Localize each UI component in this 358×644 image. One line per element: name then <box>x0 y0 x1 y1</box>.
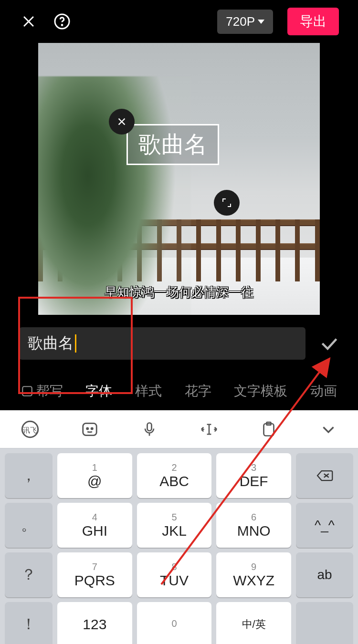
kbd-cursor-icon[interactable] <box>195 417 223 441</box>
key-7[interactable]: 7PQRS <box>57 552 132 597</box>
kbd-collapse-icon[interactable] <box>314 417 343 441</box>
tab-style[interactable]: 样式 <box>135 382 162 400</box>
key-lang[interactable]: 中/英 <box>216 602 291 644</box>
key-123[interactable]: 123 <box>57 602 132 644</box>
kbd-ime-icon[interactable]: 讯飞 <box>16 417 44 441</box>
close-icon[interactable] <box>19 12 38 31</box>
help-icon[interactable] <box>53 12 72 31</box>
key-backspace[interactable] <box>296 453 353 498</box>
backspace-icon <box>315 468 334 483</box>
svg-rect-5 <box>83 423 96 435</box>
confirm-button[interactable] <box>315 329 344 358</box>
svg-point-7 <box>91 427 93 429</box>
text-overlay[interactable]: 歌曲名 <box>126 124 219 165</box>
kbd-emoji-icon[interactable] <box>75 417 104 441</box>
key-2[interactable]: 2ABC <box>137 453 212 498</box>
tab-animation[interactable]: 动画 <box>310 382 337 400</box>
key-4[interactable]: 4GHI <box>57 503 132 548</box>
key-0[interactable]: 0 <box>137 602 212 644</box>
chevron-down-icon <box>258 20 264 24</box>
key-1[interactable]: 1@ <box>57 453 132 498</box>
annotation-highlight-box <box>18 297 133 394</box>
video-preview[interactable]: 歌曲名 早知惊鸿一场何必情深一往 <box>38 43 320 315</box>
svg-text:讯飞: 讯飞 <box>23 426 37 434</box>
key-period[interactable]: 。 <box>5 503 53 548</box>
tab-template[interactable]: 文字模板 <box>234 382 287 400</box>
key-3[interactable]: 3DEF <box>216 453 291 498</box>
tab-fancy[interactable]: 花字 <box>185 382 211 400</box>
resolution-button[interactable]: 720P <box>217 10 273 34</box>
key-9[interactable]: 9WXYZ <box>216 552 291 597</box>
key-blank[interactable] <box>296 602 353 644</box>
svg-point-1 <box>62 25 63 26</box>
export-button[interactable]: 导出 <box>287 8 339 35</box>
key-emoticon[interactable]: ^_^ <box>296 503 353 548</box>
key-exclaim[interactable]: ！ <box>5 602 53 644</box>
svg-rect-8 <box>147 423 151 431</box>
kbd-clipboard-icon[interactable] <box>254 417 283 441</box>
key-6[interactable]: 6MNO <box>216 503 291 548</box>
svg-point-6 <box>86 427 88 429</box>
key-ab[interactable]: ab <box>296 552 353 597</box>
resolution-label: 720P <box>226 14 255 29</box>
key-5[interactable]: 5JKL <box>137 503 212 548</box>
overlay-resize-button[interactable] <box>214 190 240 216</box>
kbd-voice-icon[interactable] <box>135 417 164 441</box>
key-question[interactable]: ？ <box>5 552 53 597</box>
key-comma[interactable]: ， <box>5 453 53 498</box>
key-8[interactable]: 8TUV <box>137 552 212 597</box>
keyboard: 讯飞 ， 1@ 2ABC 3DEF 。 4GHI 5JKL 6MNO ^_^ ？… <box>0 410 358 644</box>
overlay-delete-button[interactable] <box>109 109 135 135</box>
